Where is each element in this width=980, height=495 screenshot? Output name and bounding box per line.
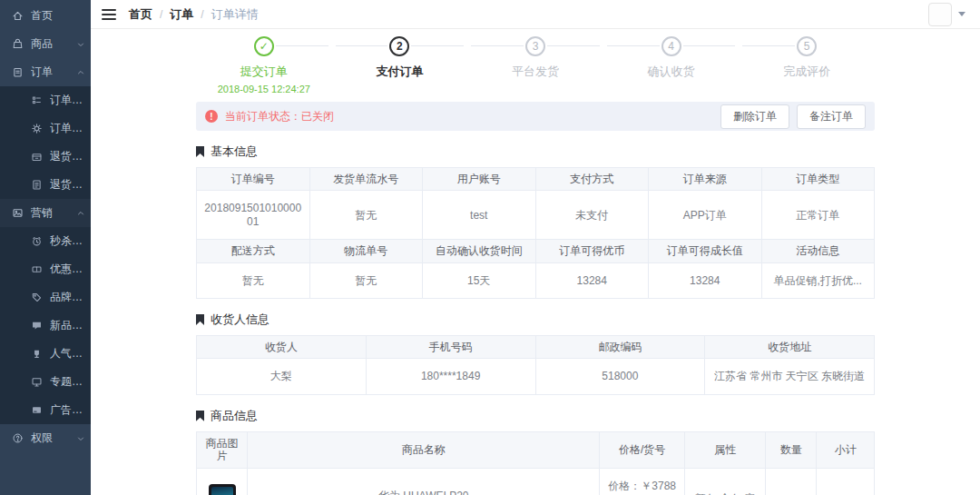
sidebar-item-brand-recommend[interactable]: 品牌推荐 xyxy=(0,283,91,312)
sidebar-item-ad-list[interactable]: 广告列表 xyxy=(0,396,91,424)
step-label: 平台发货 xyxy=(467,64,603,80)
header-cell: 邮政编码 xyxy=(535,335,705,358)
sidebar-item-return-reason[interactable]: 退货原因设置 xyxy=(0,171,91,199)
goods-info-table: 商品图片 商品名称 价格/货号 属性 数量 小计 华为 HUAWEI P20 xyxy=(196,431,875,495)
header-cell: 配送方式 xyxy=(197,240,310,262)
header-cell: 手机号码 xyxy=(366,335,535,358)
avatar xyxy=(928,3,952,26)
header-cell: 价格/货号 xyxy=(600,431,684,468)
sidebar-item-label: 人气推荐 xyxy=(50,346,85,361)
sidebar-item-label: 订单 xyxy=(31,64,53,80)
sidebar-item-label: 品牌推荐 xyxy=(50,290,85,305)
step-label: 支付订单 xyxy=(332,64,468,80)
warning-icon: ! xyxy=(205,110,218,123)
basic-info-title: 基本信息 xyxy=(196,144,875,160)
sidebar-item-label: 订单设置 xyxy=(50,121,85,136)
user-dropdown[interactable] xyxy=(928,3,965,26)
header-cell: 订单编号 xyxy=(197,168,310,191)
step-number: 3 xyxy=(525,36,545,56)
sidebar-item-label: 订单列表 xyxy=(50,93,85,108)
value-cell: 暂无 xyxy=(309,191,423,240)
bookmark-icon xyxy=(196,411,204,421)
caret-down-icon xyxy=(958,12,965,16)
order-list-icon xyxy=(31,94,43,106)
sidebar-item-label: 广告列表 xyxy=(50,402,85,418)
order-status-text: 当前订单状态：已关闭 xyxy=(225,109,334,124)
sidebar-item-goods[interactable]: 商品 xyxy=(0,30,91,58)
sidebar-item-return-request[interactable]: 退货申请处理 xyxy=(0,143,91,171)
sidebar-item-new-product-recommend[interactable]: 新品推荐 xyxy=(0,312,91,340)
sidebar-item-coupon-list[interactable]: 优惠券列表 xyxy=(0,255,91,283)
chevron-down-icon xyxy=(76,40,85,49)
step-check-icon: ✓ xyxy=(254,36,274,56)
breadcrumb-orders[interactable]: 订单 xyxy=(170,6,193,23)
sidebar-item-order-settings[interactable]: 订单设置 xyxy=(0,114,91,143)
header-cell: 订单类型 xyxy=(761,168,875,191)
header-cell: 支付方式 xyxy=(535,168,649,191)
sidebar-item-order-list[interactable]: 订单列表 xyxy=(0,86,91,114)
receiver-info-title: 收货人信息 xyxy=(196,312,875,328)
page-content: ✓ 提交订单 2018-09-15 12:24:27 2 支付订单 3 平台发货… xyxy=(91,29,980,495)
table-row: 收货人 手机号码 邮政编码 收货地址 xyxy=(197,335,875,358)
delete-order-button[interactable]: 删除订单 xyxy=(720,104,789,129)
table-row: 商品图片 商品名称 价格/货号 属性 数量 小计 xyxy=(197,431,875,468)
coupon-icon xyxy=(31,263,43,275)
sidebar: 首页 商品 订单 订单列表 xyxy=(0,0,91,495)
sidebar-item-hot-recommend[interactable]: 人气推荐 xyxy=(0,340,91,368)
header-cell: 订单可得成长值 xyxy=(649,240,762,262)
breadcrumb-home[interactable]: 首页 xyxy=(129,6,152,23)
table-row: 暂无 暂无 15天 13284 13284 单品促销,打折优... xyxy=(197,262,875,298)
breadcrumb: 首页 / 订单 / 订单详情 xyxy=(129,6,259,23)
header-cell: 商品名称 xyxy=(248,431,600,468)
table-row: 配送方式 物流单号 自动确认收货时间 订单可得优币 订单可得成长值 活动信息 xyxy=(197,240,875,262)
value-cell: 单品促销,打折优... xyxy=(761,262,875,298)
header-cell: 活动信息 xyxy=(761,240,875,262)
order-steps: ✓ 提交订单 2018-09-15 12:24:27 2 支付订单 3 平台发货… xyxy=(196,36,875,94)
sidebar-item-flash-sale[interactable]: 秒杀活动列表 xyxy=(0,227,91,255)
sidebar-item-label: 退货原因设置 xyxy=(50,177,85,193)
table-row: 订单编号 发货单流水号 用户账号 支付方式 订单来源 订单类型 xyxy=(197,168,875,191)
return-reason-icon xyxy=(31,179,43,191)
home-icon xyxy=(12,10,24,22)
header-cell: 收货人 xyxy=(197,335,367,358)
sidebar-item-label: 新品推荐 xyxy=(50,318,85,333)
value-cell: 未支付 xyxy=(535,191,649,240)
sidebar-item-permissions[interactable]: 权限 xyxy=(0,424,91,452)
step-pay-order: 2 支付订单 xyxy=(332,36,468,94)
hamburger-menu-icon[interactable] xyxy=(102,9,116,20)
sidebar-item-label: 退货申请处理 xyxy=(50,149,85,164)
value-cell: 暂无 xyxy=(197,262,310,298)
header-cell: 商品图片 xyxy=(197,431,248,468)
sidebar-item-label: 首页 xyxy=(31,8,53,24)
step-number: 5 xyxy=(797,36,817,56)
step-platform-ship: 3 平台发货 xyxy=(467,36,603,94)
goods-info-title: 商品信息 xyxy=(196,408,875,424)
new-product-icon xyxy=(31,320,43,332)
value-cell: 正常订单 xyxy=(761,191,875,240)
value-cell: 13284 xyxy=(535,262,649,298)
sidebar-item-home[interactable]: 首页 xyxy=(0,2,91,30)
price-sn-cell: 价格：￥3788 货号：6946605 xyxy=(600,468,684,495)
header-cell: 订单可得优币 xyxy=(535,240,649,262)
table-row: 华为 HUAWEI P20 品牌：华为 价格：￥3788 货号：6946605 … xyxy=(197,468,875,495)
note-order-button[interactable]: 备注订单 xyxy=(797,104,866,129)
value-cell: 518000 xyxy=(535,359,705,394)
header-cell: 物流单号 xyxy=(309,240,423,262)
table-row: 大梨 180****1849 518000 江苏省 常州市 天宁区 东晓街道 xyxy=(197,359,875,394)
product-name-cell: 华为 HUAWEI P20 品牌：华为 xyxy=(248,468,600,495)
subtotal-cell: ￥3788 xyxy=(817,468,875,495)
value-cell: APP订单 xyxy=(649,191,762,240)
table-row: 201809150101000001 暂无 test 未支付 APP订单 正常订… xyxy=(197,191,875,240)
header-cell: 用户账号 xyxy=(423,168,536,191)
step-label: 确认收货 xyxy=(603,64,740,80)
value-cell: 201809150101000001 xyxy=(197,191,310,240)
step-label: 完成评价 xyxy=(739,64,875,80)
header-cell: 属性 xyxy=(684,431,766,468)
basic-info-table: 订单编号 发货单流水号 用户账号 支付方式 订单来源 订单类型 20180915… xyxy=(196,167,875,299)
step-date: 2018-09-15 12:24:27 xyxy=(196,84,332,94)
header-cell: 收货地址 xyxy=(705,335,875,358)
product-image-cell xyxy=(197,468,248,495)
sidebar-item-orders[interactable]: 订单 xyxy=(0,58,91,86)
sidebar-item-topic-recommend[interactable]: 专题推荐 xyxy=(0,368,91,396)
sidebar-item-marketing[interactable]: 营销 xyxy=(0,199,91,227)
